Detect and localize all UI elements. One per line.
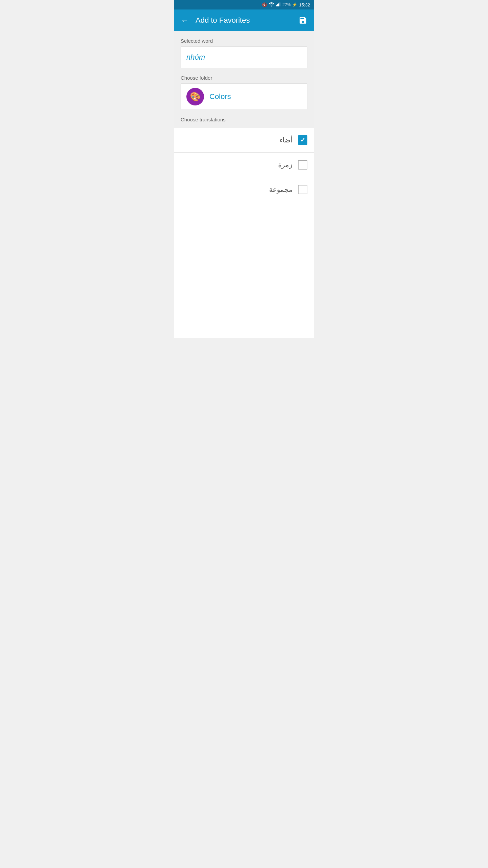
mute-icon: 🔇: [262, 2, 267, 7]
content-area: Selected word nhóm Choose folder 🎨 Color…: [174, 31, 314, 128]
palette-icon: 🎨: [190, 92, 201, 102]
signal-icon: [276, 2, 281, 7]
svg-rect-1: [277, 4, 278, 6]
battery-indicator: 22%: [282, 2, 290, 7]
folder-name: Colors: [209, 92, 231, 101]
status-icons: 🔇 22% ⚡ 15:32: [262, 2, 310, 7]
translation-text-1: أضاء: [280, 136, 292, 144]
app-bar-left: ← Add to Favorites: [179, 14, 250, 26]
status-bar: 🔇 22% ⚡ 15:32: [174, 0, 314, 9]
translation-text-2: زمرة: [278, 161, 292, 169]
translation-checkbox-2[interactable]: [298, 160, 307, 170]
svg-rect-3: [280, 2, 281, 6]
selected-word-value: nhóm: [186, 53, 205, 62]
translations-section: أضاء زمرة مجموعة: [174, 128, 314, 338]
folder-icon-circle: 🎨: [186, 88, 204, 105]
wifi-icon: [269, 2, 274, 7]
translation-checkbox-1[interactable]: [298, 135, 307, 145]
selected-word-label: Selected word: [181, 38, 307, 44]
back-button[interactable]: ←: [179, 14, 190, 26]
charging-icon: ⚡: [292, 2, 297, 7]
save-icon: [299, 16, 307, 25]
empty-space: [174, 202, 314, 338]
translation-checkbox-3[interactable]: [298, 185, 307, 194]
svg-rect-2: [278, 3, 279, 6]
save-button[interactable]: [297, 15, 309, 26]
translation-text-3: مجموعة: [269, 185, 292, 194]
translation-item-2[interactable]: زمرة: [174, 153, 314, 177]
page-title: Add to Favorites: [196, 16, 250, 25]
folder-selector[interactable]: 🎨 Colors: [181, 83, 307, 110]
translation-item-3[interactable]: مجموعة: [174, 177, 314, 202]
selected-word-field[interactable]: nhóm: [181, 46, 307, 68]
app-bar: ← Add to Favorites: [174, 9, 314, 31]
svg-rect-0: [276, 5, 277, 6]
time-display: 15:32: [299, 2, 310, 7]
translation-item-1[interactable]: أضاء: [174, 128, 314, 153]
choose-folder-label: Choose folder: [181, 75, 307, 81]
choose-translations-label: Choose translations: [181, 117, 307, 128]
